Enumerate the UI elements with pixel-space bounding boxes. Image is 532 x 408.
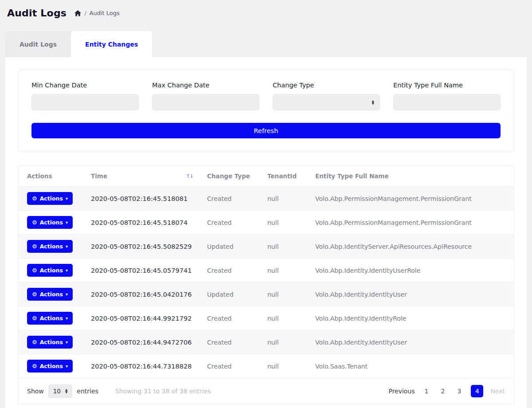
cell-actions: ⚙ Actions ▾ — [18, 235, 84, 259]
table-row: ⚙ Actions ▾ 2020-05-08T02:16:45.0579741 … — [18, 259, 514, 282]
cell-actions: ⚙ Actions ▾ — [18, 306, 84, 330]
gear-icon: ⚙ — [32, 243, 37, 250]
change-type-select[interactable]: ▲▼ — [273, 94, 380, 110]
show-label: Show — [27, 388, 44, 395]
cell-tenant-id: null — [260, 259, 308, 282]
row-actions-button[interactable]: ⚙ Actions ▾ — [27, 240, 73, 253]
page-header: Audit Logs / Audit Logs — [0, 0, 532, 25]
table-row: ⚙ Actions ▾ 2020-05-08T02:16:45.5082529 … — [18, 235, 514, 259]
cell-actions: ⚙ Actions ▾ — [18, 282, 84, 306]
row-actions-button[interactable]: ⚙ Actions ▾ — [27, 288, 73, 301]
row-actions-button[interactable]: ⚙ Actions ▾ — [27, 360, 73, 373]
cell-time: 2020-05-08T02:16:44.9472706 — [84, 330, 200, 354]
caret-down-icon: ▾ — [66, 316, 68, 321]
cell-entity-type: Volo.Abp.Identity.IdentityUser — [308, 330, 514, 354]
pagination-previous[interactable]: Previous — [388, 388, 415, 395]
caret-down-icon: ▾ — [66, 196, 68, 201]
table-header-row: Actions Time ↑↓ Change Type TenantId Ent… — [18, 166, 514, 187]
cell-change-type: Created — [200, 306, 260, 330]
column-header-time[interactable]: Time ↑↓ — [84, 166, 200, 187]
breadcrumb-current: Audit Logs — [90, 10, 120, 16]
home-icon[interactable] — [74, 10, 81, 16]
entity-changes-table: Actions Time ↑↓ Change Type TenantId Ent… — [18, 165, 514, 404]
column-header-entity-type: Entity Type Full Name — [308, 166, 514, 187]
row-actions-button[interactable]: ⚙ Actions ▾ — [27, 216, 73, 229]
cell-time: 2020-05-08T02:16:45.518074 — [84, 211, 200, 235]
cell-tenant-id: null — [260, 187, 308, 211]
tab-audit-logs[interactable]: Audit Logs — [5, 31, 71, 57]
cell-change-type: Created — [200, 330, 260, 354]
table-row: ⚙ Actions ▾ 2020-05-08T02:16:45.518074 C… — [18, 211, 514, 235]
filter-entity-type-full-name: Entity Type Full Name — [393, 82, 501, 110]
max-change-date-input[interactable] — [152, 94, 259, 110]
min-change-date-input[interactable] — [31, 94, 139, 110]
select-updown-icon: ▲▼ — [65, 388, 67, 394]
entity-type-full-name-input[interactable] — [393, 94, 501, 110]
cell-actions: ⚙ Actions ▾ — [18, 330, 84, 354]
filter-min-change-date: Min Change Date — [31, 82, 139, 110]
table-body: ⚙ Actions ▾ 2020-05-08T02:16:45.518081 C… — [18, 187, 514, 378]
breadcrumb-separator: / — [84, 10, 86, 16]
cell-entity-type: Volo.Abp.IdentityServer.ApiResources.Api… — [308, 235, 514, 259]
gear-icon: ⚙ — [32, 267, 37, 274]
caret-down-icon: ▾ — [66, 340, 68, 345]
column-header-actions: Actions — [18, 166, 84, 187]
row-actions-button[interactable]: ⚙ Actions ▾ — [27, 336, 73, 349]
actions-button-label: Actions — [40, 195, 63, 202]
cell-entity-type: Volo.Abp.Identity.IdentityRole — [308, 306, 514, 330]
filter-change-type: Change Type ▲▼ — [273, 82, 380, 110]
cell-tenant-id: null — [260, 211, 308, 235]
cell-entity-type: Volo.Abp.PermissionManagement.Permission… — [308, 187, 514, 211]
cell-time: 2020-05-08T02:16:44.7318828 — [84, 354, 200, 378]
cell-entity-type: Volo.Abp.Identity.IdentityUserRole — [308, 259, 514, 282]
pagination-page-2[interactable]: 2 — [438, 386, 448, 396]
cell-time: 2020-05-08T02:16:45.0420176 — [84, 282, 200, 306]
cell-actions: ⚙ Actions ▾ — [18, 259, 84, 282]
page-size-group: Show 10 ▲▼ entries — [27, 384, 98, 398]
cell-actions: ⚙ Actions ▾ — [18, 187, 84, 211]
caret-down-icon: ▾ — [66, 220, 68, 225]
table-footer: Show 10 ▲▼ entries Showing 31 to 38 of 3… — [18, 378, 514, 404]
tab-bar: Audit Logs Entity Changes — [5, 31, 527, 57]
actions-button-label: Actions — [40, 243, 63, 250]
breadcrumb: / Audit Logs — [74, 10, 120, 16]
cell-time: 2020-05-08T02:16:45.518081 — [84, 187, 200, 211]
cell-time: 2020-05-08T02:16:45.5082529 — [84, 235, 200, 259]
tab-entity-changes[interactable]: Entity Changes — [71, 31, 152, 57]
cell-actions: ⚙ Actions ▾ — [18, 211, 84, 235]
cell-tenant-id: null — [260, 306, 308, 330]
table-row: ⚙ Actions ▾ 2020-05-08T02:16:44.9472706 … — [18, 330, 514, 354]
pagination-page-1[interactable]: 1 — [422, 386, 431, 396]
caret-down-icon: ▾ — [66, 268, 68, 273]
cell-tenant-id: null — [260, 282, 308, 306]
cell-tenant-id: null — [260, 354, 308, 378]
table-row: ⚙ Actions ▾ 2020-05-08T02:16:44.7318828 … — [18, 354, 514, 378]
row-actions-button[interactable]: ⚙ Actions ▾ — [27, 192, 73, 205]
gear-icon: ⚙ — [32, 219, 37, 226]
entries-summary: Showing 31 to 38 of 38 entries — [115, 388, 211, 395]
refresh-button[interactable]: Refresh — [31, 123, 501, 138]
pagination-page-4[interactable]: 4 — [471, 385, 483, 397]
sort-icon[interactable]: ↑↓ — [186, 173, 193, 179]
pagination-page-3[interactable]: 3 — [454, 386, 464, 396]
change-type-label: Change Type — [273, 82, 380, 89]
actions-button-label: Actions — [40, 339, 63, 345]
actions-button-label: Actions — [40, 315, 63, 322]
page-size-select[interactable]: 10 ▲▼ — [48, 384, 73, 398]
max-change-date-label: Max Change Date — [152, 82, 259, 89]
row-actions-button[interactable]: ⚙ Actions ▾ — [27, 264, 73, 277]
cell-entity-type: Volo.Saas.Tenant — [308, 354, 514, 378]
main-panel: Min Change Date Max Change Date Change T… — [5, 57, 527, 408]
cell-time: 2020-05-08T02:16:44.9921792 — [84, 306, 200, 330]
cell-change-type: Created — [200, 354, 260, 378]
table-row: ⚙ Actions ▾ 2020-05-08T02:16:44.9921792 … — [18, 306, 514, 330]
gear-icon: ⚙ — [32, 195, 37, 202]
column-header-change-type: Change Type — [200, 166, 260, 187]
cell-change-type: Updated — [200, 235, 260, 259]
filter-max-change-date: Max Change Date — [152, 82, 259, 110]
actions-button-label: Actions — [40, 219, 63, 226]
row-actions-button[interactable]: ⚙ Actions ▾ — [27, 312, 73, 325]
pagination-next[interactable]: Next — [490, 388, 505, 395]
cell-actions: ⚙ Actions ▾ — [18, 354, 84, 378]
entries-label: entries — [77, 388, 98, 395]
